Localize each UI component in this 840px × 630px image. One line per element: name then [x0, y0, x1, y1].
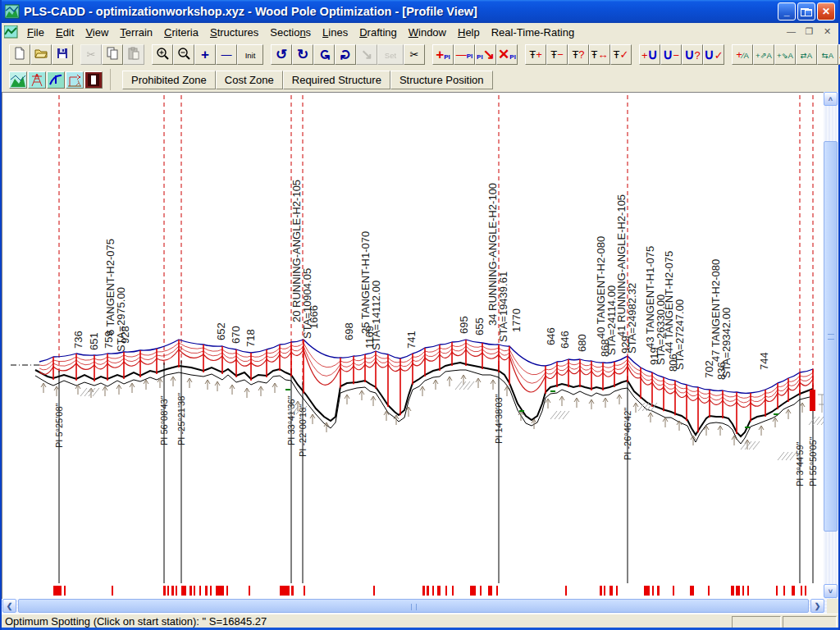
rotate-left-button[interactable]: ↺ — [271, 44, 292, 65]
pi-label: PI 56°08'43" — [159, 395, 169, 445]
zone-marker — [801, 586, 802, 596]
annotate-add-button[interactable]: +∕A — [732, 44, 753, 65]
zone-marker — [280, 586, 290, 596]
menu-edit[interactable]: Edit — [50, 25, 80, 40]
horizontal-scrollbar[interactable]: ❮ ❯ — [2, 599, 827, 614]
check-structure-button[interactable]: Ŧ✓ — [610, 44, 632, 65]
vertical-scrollbar[interactable]: ˄ ˅ — [824, 92, 838, 599]
zone-marker — [205, 586, 208, 596]
init-label: Init — [245, 49, 256, 60]
init-button[interactable]: Init — [237, 44, 263, 65]
scroll-left-button[interactable]: ❮ — [2, 599, 16, 613]
copy-button[interactable] — [102, 44, 123, 65]
increase-button[interactable]: + — [194, 44, 216, 65]
sheet-view-icon[interactable] — [84, 71, 103, 89]
decrease-button[interactable]: — — [216, 44, 237, 65]
plan-view-icon[interactable] — [47, 71, 65, 89]
profile-view-canvas[interactable]: PI 5°25'08"PI 56°08'43"PI -25°21'38"PI 3… — [2, 92, 827, 599]
annotate-add-arrow-button[interactable]: +⇗A — [753, 44, 774, 65]
span-length-label: 655 — [473, 317, 486, 336]
close-button[interactable]: ✕ — [817, 2, 835, 21]
span-length-label: 698 — [343, 322, 355, 340]
menu-window[interactable]: Window — [403, 25, 452, 40]
zone-marker — [437, 586, 441, 596]
conductor-line — [39, 343, 813, 398]
pi-label: PI -25°21'38" — [176, 393, 186, 445]
zone-marker — [189, 586, 192, 596]
rotate-up-icon: ↺ — [318, 48, 330, 62]
scroll-right-button[interactable]: ❯ — [810, 599, 824, 613]
scroll-down-button[interactable]: ˅ — [824, 584, 838, 598]
scroll-up-button[interactable]: ˄ — [824, 92, 838, 106]
structure-view-icon[interactable] — [28, 71, 46, 89]
zone-marker — [210, 586, 212, 596]
mdi-minimize-button[interactable]: — — [783, 25, 800, 40]
conductor-line — [39, 349, 813, 407]
zone-marker — [652, 586, 654, 596]
set-button: Set — [377, 44, 404, 65]
zone-marker — [736, 586, 740, 596]
magnifier-minus-icon — [177, 47, 191, 62]
menu-lines[interactable]: Lines — [317, 25, 354, 40]
structure-position-button[interactable]: Structure Position — [390, 71, 493, 89]
zone-marker — [427, 586, 429, 596]
menu-sections[interactable]: Sections — [264, 25, 317, 40]
zone-marker — [226, 586, 228, 596]
required-structure-button[interactable]: Required Structure — [283, 71, 390, 89]
menu-terrain[interactable]: Terrain — [114, 25, 158, 40]
vertical-scroll-thumb[interactable] — [824, 141, 838, 532]
annotate-add-down-button[interactable]: +⇘A — [774, 44, 796, 65]
magnifier-plus-icon — [156, 47, 170, 62]
snap-arrow-icon: ↘ — [361, 48, 372, 62]
scissors-icon: ✂ — [87, 49, 96, 60]
cost-zone-button[interactable]: Cost Zone — [216, 71, 283, 89]
remove-pi-icon: ✕PI — [498, 48, 516, 62]
open-file-button[interactable] — [30, 44, 52, 65]
add-section-button[interactable]: +∪ — [639, 44, 660, 65]
zone-marker — [445, 586, 447, 596]
menu-real-time-rating[interactable]: Real-Time-Rating — [486, 25, 580, 40]
query-structure-button[interactable]: Ŧ? — [568, 44, 589, 65]
query-section-button[interactable]: ∪? — [682, 44, 703, 65]
mdi-close-button[interactable]: ✕ — [819, 25, 836, 40]
mdi-restore-button[interactable]: ❐ — [801, 25, 818, 40]
new-file-button[interactable] — [9, 44, 30, 65]
menu-help[interactable]: Help — [452, 25, 486, 40]
section-view-icon[interactable] — [66, 71, 84, 89]
menu-drafting[interactable]: Drafting — [354, 25, 403, 40]
save-file-button[interactable] — [52, 44, 73, 65]
profile-drawing[interactable]: PI 5°25'08"PI 56°08'43"PI -25°21'38"PI 3… — [2, 93, 828, 600]
move-pi-button[interactable]: PI↘ — [475, 44, 496, 65]
menu-criteria[interactable]: Criteria — [158, 25, 204, 40]
add-pi-button[interactable]: +PI — [432, 44, 454, 65]
move-structure-button[interactable]: Ŧ↔ — [589, 44, 610, 65]
annotate-move-button[interactable]: ⇆A — [817, 44, 838, 65]
profile-view-icon[interactable] — [9, 71, 27, 89]
window-title: PLS-CADD - optimizationworkshop.xyz - Wo… — [24, 5, 477, 18]
toolbar-group: ✂ — [80, 44, 144, 65]
open-folder-icon — [34, 47, 48, 62]
rotate-up-button[interactable]: ↺ — [313, 44, 335, 65]
restore-button[interactable] — [797, 2, 815, 21]
zoom-out-button[interactable] — [173, 44, 194, 65]
minimize-button[interactable]: _ — [778, 2, 796, 21]
delete-pi-button[interactable]: —PI — [454, 44, 475, 65]
zoom-in-button[interactable] — [152, 44, 173, 65]
remove-pi-button[interactable]: ✕PI — [496, 44, 518, 65]
prohibited-zone-button[interactable]: Prohibited Zone — [122, 71, 216, 89]
zone-marker — [432, 586, 434, 596]
menu-structures[interactable]: Structures — [204, 25, 264, 40]
delete-section-button[interactable]: ∪− — [660, 44, 682, 65]
horizontal-scroll-thumb[interactable] — [18, 599, 809, 613]
zone-marker — [304, 586, 305, 596]
menu-view[interactable]: View — [80, 25, 114, 40]
add-structure-button[interactable]: Ŧ+ — [525, 44, 546, 65]
rotate-down-button[interactable]: ↻ — [335, 44, 356, 65]
check-section-button[interactable]: ∪✓ — [703, 44, 724, 65]
delete-structure-button[interactable]: Ŧ− — [546, 44, 568, 65]
rotate-right-icon: ↻ — [297, 48, 308, 62]
rotate-right-button[interactable]: ↻ — [292, 44, 313, 65]
cut-profile-button[interactable]: ✂ — [404, 44, 425, 65]
annotate-swap-button[interactable]: ⇄A — [796, 44, 817, 65]
menu-file[interactable]: File — [21, 25, 50, 40]
